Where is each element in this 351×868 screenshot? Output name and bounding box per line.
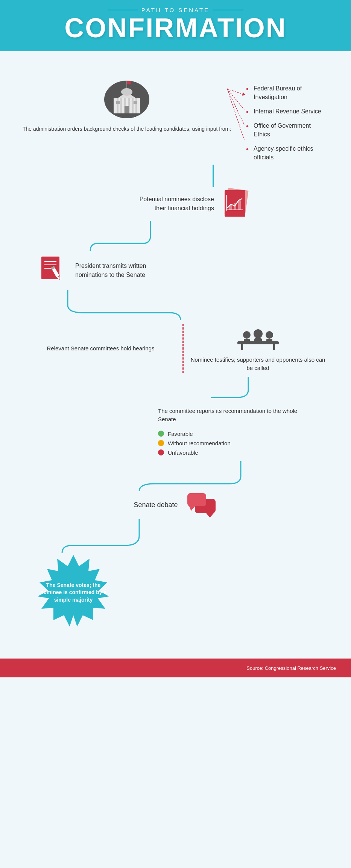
svg-rect-36 <box>273 344 275 350</box>
financial-text: Potential nominees disclose their financ… <box>139 195 214 213</box>
main-content: The administration orders background che… <box>0 51 351 647</box>
connector-4 <box>23 461 328 491</box>
svg-marker-44 <box>206 513 214 518</box>
header-title: CONFIRMATION <box>8 13 343 43</box>
svg-rect-24 <box>229 205 232 210</box>
dot-favorable <box>158 431 164 437</box>
recommendation-list: Favorable Without recommendation Unfavor… <box>158 429 313 457</box>
debate-icon <box>185 491 217 519</box>
svg-point-39 <box>254 329 263 338</box>
svg-rect-7 <box>135 98 137 113</box>
connector-5 <box>23 519 328 553</box>
rec-without-label: Without recommendation <box>168 440 231 446</box>
svg-rect-45 <box>187 493 206 506</box>
svg-rect-11 <box>125 106 129 113</box>
v-line-1 <box>213 165 214 187</box>
curve-svg-1 <box>60 221 248 251</box>
agency-irs: Internal Revenue Service <box>246 104 328 119</box>
dot-without <box>158 440 164 446</box>
svg-point-41 <box>266 331 273 339</box>
svg-point-37 <box>243 331 251 339</box>
svg-rect-12 <box>116 101 120 104</box>
svg-rect-25 <box>234 203 236 210</box>
testifies-text: Nominee testifies; supporters and oppone… <box>187 356 328 373</box>
page-header: PATH TO SENATE CONFIRMATION <box>0 0 351 51</box>
bg-check-description: The administration orders background che… <box>23 125 231 133</box>
rec-favorable: Favorable <box>158 429 313 439</box>
section-debate: Senate debate <box>23 491 328 519</box>
arrow-lines <box>223 81 246 149</box>
testifies-section: Nominee testifies; supporters and oppone… <box>187 324 328 373</box>
agency-fbi: Federal Bureau of Investigation <box>246 81 328 104</box>
committee-text: The committee reports its recommendation… <box>158 407 313 424</box>
connector-1 <box>98 165 328 187</box>
dashed-divider <box>182 324 184 373</box>
svg-rect-15 <box>127 81 131 84</box>
svg-rect-6 <box>132 98 134 113</box>
curve-svg-5 <box>23 519 211 553</box>
panel-icon <box>187 324 328 353</box>
footer-source: Source: Congressional Research Service <box>246 665 336 671</box>
white-house-icon <box>102 78 151 121</box>
curve-svg-4 <box>23 461 286 491</box>
svg-rect-26 <box>238 200 241 210</box>
section-background-checks: The administration orders background che… <box>23 66 328 165</box>
financial-icon <box>222 187 250 221</box>
agencies-area: Federal Bureau of Investigation Internal… <box>235 78 328 165</box>
svg-rect-42 <box>266 339 272 342</box>
rec-favorable-label: Favorable <box>168 431 193 437</box>
section-votes: The Senate votes; the nominee is confirm… <box>23 553 328 647</box>
starburst: The Senate votes; the nominee is confirm… <box>34 553 113 632</box>
dot-unfavorable <box>158 449 164 455</box>
rec-unfavorable: Unfavorable <box>158 448 313 457</box>
svg-rect-35 <box>241 344 243 350</box>
president-text: President transmits written nominations … <box>75 261 150 280</box>
agency-oge: Office of Government Ethics <box>246 119 328 142</box>
connector-curve-1 <box>23 221 328 251</box>
connector-3 <box>23 377 328 403</box>
svg-rect-38 <box>244 339 250 342</box>
svg-rect-3 <box>120 98 122 113</box>
page-footer: Source: Congressional Research Service <box>0 659 351 677</box>
agencies-list: Federal Bureau of Investigation Internal… <box>235 81 328 165</box>
curve-svg-3 <box>23 377 286 403</box>
svg-marker-46 <box>189 506 195 511</box>
section-committee: The committee reports its recommendation… <box>23 403 328 461</box>
svg-line-18 <box>227 89 244 125</box>
svg-rect-2 <box>117 98 119 113</box>
rec-unfavorable-label: Unfavorable <box>168 449 198 456</box>
agency-ethics: Agency-specific ethics officials <box>246 142 328 165</box>
debate-text: Senate debate <box>134 501 178 509</box>
section-president: President transmits written nominations … <box>23 251 328 290</box>
left-intro: The administration orders background che… <box>23 78 231 133</box>
curve-svg-2 <box>38 290 263 320</box>
committees-text: Relevant Senate committees hold hearings <box>23 344 179 353</box>
section-financial: Potential nominees disclose their financ… <box>60 187 328 221</box>
rec-without: Without recommendation <box>158 439 313 448</box>
svg-rect-40 <box>254 338 262 342</box>
svg-rect-13 <box>134 101 137 104</box>
header-subtitle: PATH TO SENATE <box>8 7 343 13</box>
svg-line-19 <box>227 89 244 140</box>
connector-2 <box>23 290 328 320</box>
section-senate-hearings: Relevant Senate committees hold hearings <box>23 320 328 377</box>
president-icon <box>38 255 68 286</box>
svg-rect-10 <box>124 91 129 95</box>
starburst-text: The Senate votes; the nominee is confirm… <box>34 578 113 608</box>
